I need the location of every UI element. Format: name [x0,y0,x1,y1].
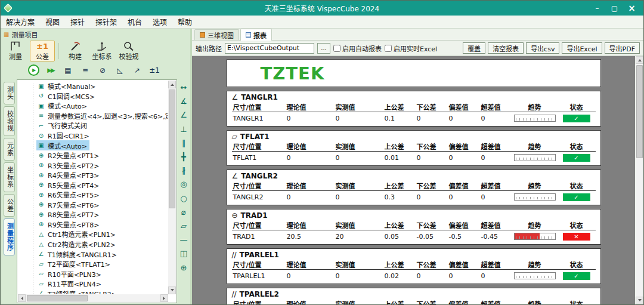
sidebar-tab-probe[interactable]: 测头 [4,82,15,104]
scroll-up-button[interactable] [168,81,176,88]
menu-options[interactable]: 选项 [147,16,172,28]
tree-item[interactable]: ≡ 测量参数逼近<4>,回退<3>,搜索<6>,定位<2... [36,111,168,121]
tree-item[interactable]: ⊕ R7矢量点<PT6> [36,200,101,210]
tree-item[interactable]: ∠ T3倾斜度<TANGLR2> [36,288,119,294]
ribbon-coordinate-system[interactable]: 坐标系 [89,41,114,61]
section-name: TANGLR2 [241,172,278,180]
lower-tolerance: 0 [416,154,448,162]
position-tolerance-icon[interactable]: ╋ [177,150,190,164]
scrollbar-track[interactable] [168,88,176,286]
circularity-tolerance-icon[interactable]: ○ [177,192,190,205]
cylindricity-tolerance-icon[interactable]: ◫ [177,247,190,260]
tree-item[interactable]: ⌐ 飞行模式关闭 [36,121,89,131]
scroll-up-button[interactable] [636,56,643,64]
tree-item[interactable]: ▱ T2平面度<TFLAT1> [36,259,113,269]
menu-machine[interactable]: 机台 [122,16,147,28]
tree-horizontal-scrollbar[interactable] [18,294,168,302]
tree-item[interactable]: ∠ T1倾斜度<TANGLR1> [36,249,119,259]
close-button[interactable]: × [624,2,640,14]
tree-item[interactable]: ↺ C1回调<MCS> [36,91,97,101]
export-excel-button[interactable]: 导出Excel [562,42,602,54]
menu-probe[interactable]: 探针 [65,16,90,28]
tree-item[interactable]: ⊕ R9矢量点<PT8> [36,220,101,230]
vector-direction-icon[interactable]: ↗ [131,64,143,76]
ribbon-construct[interactable]: 构建 [63,41,88,61]
menu-solution[interactable]: 解决方案 [1,16,40,28]
sidebar-tab-elements[interactable]: 元素 [4,138,15,161]
sidebar-tab-gauge[interactable]: 校验规 [4,106,15,136]
tree-item[interactable]: ⊕ R6矢量点<PT5> [36,190,101,200]
browse-button[interactable]: ... [317,43,330,54]
concentricity-tolerance-icon[interactable]: ◎ [177,177,190,191]
scrollbar-track[interactable] [636,64,643,297]
realtime-excel-checkbox[interactable] [385,45,392,52]
maximize-button[interactable]: ▢ [606,2,623,14]
scrollbar-thumb[interactable] [27,295,88,301]
column-header: 下公差 [416,220,448,230]
tree-item[interactable]: ⊕ R4矢量点<PT3> [36,170,101,180]
tree-vertical-scrollbar[interactable] [168,81,176,294]
menu-help[interactable]: 帮助 [172,16,197,28]
column-header: 实测值 [335,299,383,304]
parallelism-tolerance-icon[interactable]: ∥ [177,136,190,150]
realtime-excel-checkbox-row: 启用实时Excel [385,44,437,53]
tree-item[interactable]: △ Ctr1构造元素<PLN1> [36,229,118,239]
distance-tolerance-icon[interactable]: ↔ [177,81,190,94]
sidebar-tab-program[interactable]: 测量程序 [4,218,15,255]
parameter-settings-icon[interactable]: ≡ [79,64,91,76]
tree-item[interactable]: ⊕ R5矢量点<PT4> [36,180,101,190]
column-header: 尺寸/位置 [232,220,286,230]
report-template-icon[interactable]: ▤ [62,64,74,76]
runout-tolerance-icon[interactable]: ⊕ [177,260,190,274]
column-header: 实测值 [335,260,383,269]
scroll-down-button[interactable] [636,297,643,304]
output-path-input[interactable] [225,43,314,54]
export-pdf-button[interactable]: 导出PDF [605,42,640,54]
menu-view[interactable]: 视图 [40,16,65,28]
tree-item[interactable]: ⊕ R8矢量点<PT7> [36,210,101,220]
tree-item[interactable]: ▣ 模式<Manual> [36,81,98,91]
sidebar-tab-coordinates[interactable]: 坐标系 [4,162,15,192]
minimize-button[interactable]: – [589,2,605,14]
tree-item[interactable]: ▣ 模式<Auto> [36,101,89,111]
tab-3d-view[interactable]: 三维视图 [194,29,239,40]
scroll-right-button[interactable] [160,294,168,302]
tree-item[interactable]: ⊕ R2矢量点<PT1> [36,150,101,161]
slant-tolerance-icon[interactable]: ∦ [177,164,190,177]
menu-probe-rack[interactable]: 探针架 [90,16,122,28]
ribbon-calibration-gauge[interactable]: 校验规 [116,41,141,61]
tolerance-shortcut-icon[interactable]: ±1 [148,64,160,76]
scrollbar-track[interactable] [26,294,160,302]
scroll-down-button[interactable] [168,286,176,294]
tab-report[interactable]: 报表 [240,29,272,41]
report-vertical-scrollbar[interactable] [636,56,643,304]
overwrite-button[interactable]: 覆盖 [463,42,485,54]
tree-item[interactable]: ⊙ R1圆<CIR1> [36,131,92,141]
straightness-tolerance-icon[interactable]: — [177,233,190,247]
column-header: 下公差 [416,141,448,151]
scroll-left-button[interactable] [18,294,26,302]
auto-report-checkbox[interactable] [333,45,340,52]
ribbon-measure[interactable]: 测量 [3,41,28,61]
ribbon-tolerance[interactable]: ±1 公差 [30,41,55,61]
angularity-tolerance-icon[interactable]: ∠ [177,108,190,122]
angle-tolerance-icon[interactable]: ∡ [177,94,190,108]
tree-item[interactable]: ▱ R11平面<PLN4> [36,279,104,289]
continue-run-button[interactable]: ▶▶ [45,64,57,76]
tree-item[interactable]: △ Ctr2构造元素<PLN2> [36,239,118,249]
run-button[interactable]: ▶ [28,64,39,76]
probe-compensation-icon[interactable]: ⊘ [97,64,109,76]
tree-item[interactable]: ⊕ R3矢量点<PT2> [36,160,101,170]
element-construct-icon[interactable]: ◺ [114,64,126,76]
tree-item[interactable]: ▣ 模式<Auto> [36,140,89,150]
scrollbar-thumb[interactable] [169,90,175,208]
tree-item[interactable]: ▱ R10平面<PLN3> [36,269,104,279]
perpendicularity-tolerance-icon[interactable]: ⊥ [177,122,190,136]
export-csv-button[interactable]: 导出csv [526,42,559,54]
tree-item-label: R10平面<PLN3> [48,269,101,279]
flatness-tolerance-icon[interactable]: ▱ [177,219,190,233]
scrollbar-thumb[interactable] [636,65,643,158]
diameter-tolerance-icon[interactable]: ⌀ [177,205,190,219]
clear-report-button[interactable]: 清空报表 [488,42,524,54]
sidebar-tab-tolerance[interactable]: 公差 [4,194,15,217]
